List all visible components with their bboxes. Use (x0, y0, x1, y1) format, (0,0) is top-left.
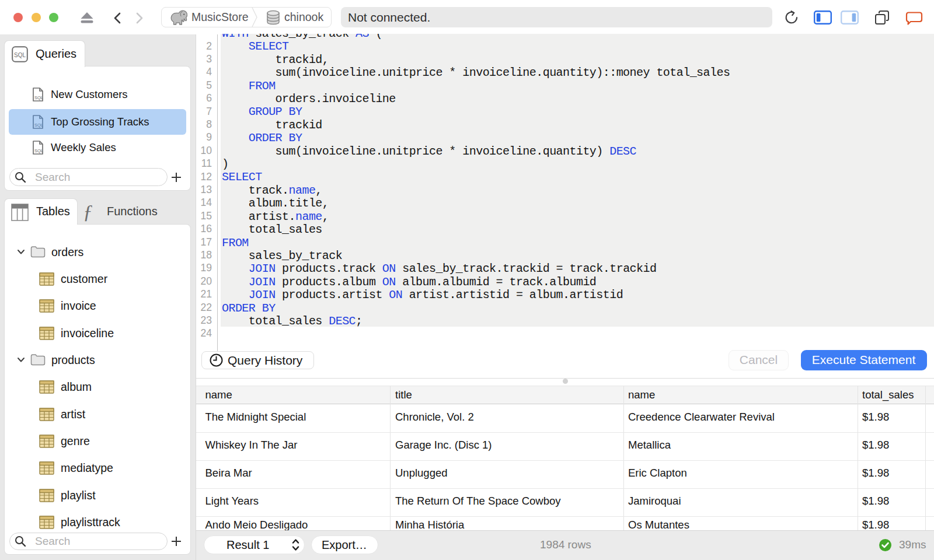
svg-text:SQL: SQL (34, 123, 43, 128)
svg-text:SQL: SQL (34, 148, 43, 153)
svg-text:SQL: SQL (34, 95, 43, 100)
svg-text:SQL: SQL (14, 52, 26, 58)
